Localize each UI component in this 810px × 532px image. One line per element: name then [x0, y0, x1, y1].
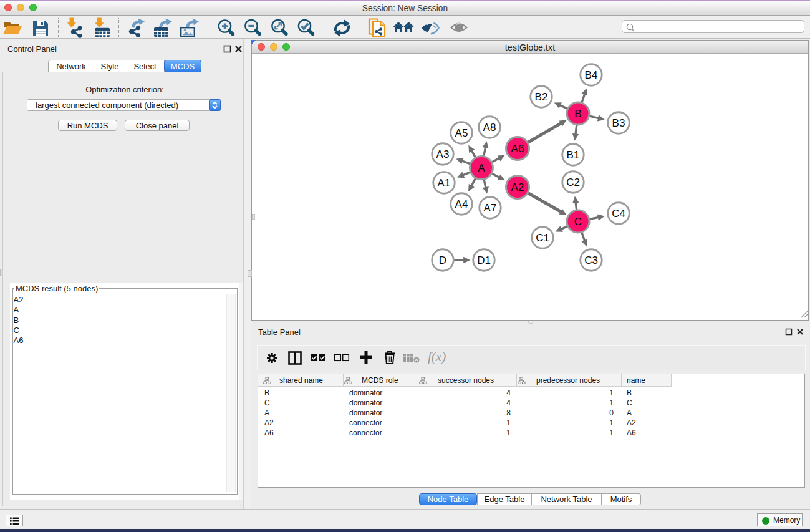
svg-text:B2: B2: [535, 91, 548, 103]
svg-text:A: A: [478, 162, 485, 174]
svg-text:D1: D1: [477, 254, 491, 266]
svg-text:C: C: [574, 216, 582, 228]
svg-text:C1: C1: [536, 232, 549, 244]
svg-text:A8: A8: [483, 122, 496, 133]
svg-text:C2: C2: [566, 177, 580, 188]
svg-text:B3: B3: [612, 117, 625, 129]
svg-text:D: D: [439, 254, 446, 266]
svg-text:B: B: [574, 108, 581, 120]
svg-text:C3: C3: [584, 254, 598, 266]
svg-text:A1: A1: [438, 177, 451, 189]
svg-text:C4: C4: [612, 208, 625, 220]
svg-text:B4: B4: [585, 69, 598, 81]
svg-text:A4: A4: [455, 198, 468, 210]
svg-text:A2: A2: [511, 181, 524, 193]
svg-text:A6: A6: [511, 143, 524, 155]
svg-text:A5: A5: [455, 127, 468, 139]
svg-text:A7: A7: [484, 202, 497, 214]
svg-text:B1: B1: [567, 149, 580, 161]
svg-text:A3: A3: [436, 148, 450, 160]
